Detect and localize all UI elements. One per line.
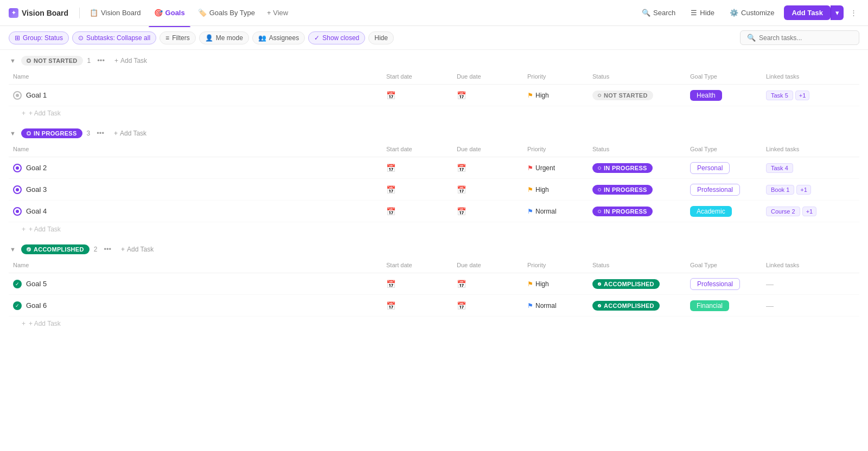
add-task-in-progress[interactable]: + + Add Task: [9, 222, 859, 236]
tab-goals[interactable]: 🎯 Goals: [149, 5, 190, 20]
chevron-not-started[interactable]: ▼: [9, 56, 17, 65]
section-in-progress-menu[interactable]: •••: [94, 128, 106, 138]
calendar-icon[interactable]: 📅: [457, 207, 466, 216]
goal-type-health[interactable]: Health: [690, 90, 722, 101]
goal-4-due-date[interactable]: 📅: [452, 205, 523, 218]
calendar-icon[interactable]: 📅: [386, 185, 395, 194]
section-in-progress-header[interactable]: ▼ IN PROGRESS 3 ••• + Add Task: [9, 123, 859, 141]
calendar-icon[interactable]: 📅: [386, 207, 395, 216]
status-badge-accomplished: ✓ ACCOMPLISHED: [21, 244, 90, 254]
chevron-accomplished[interactable]: ▼: [9, 245, 17, 254]
add-view-button[interactable]: + View: [263, 5, 292, 20]
goal-3-priority: ⚑ High: [523, 184, 588, 196]
goal-3-linked-tasks: Book 1 +1: [762, 183, 859, 197]
linked-chip[interactable]: Course 2: [766, 207, 800, 216]
section-in-progress-add[interactable]: + Add Task: [111, 128, 150, 138]
goal-3-start-date[interactable]: 📅: [382, 183, 452, 196]
goal-2-due-date[interactable]: 📅: [452, 162, 523, 175]
section-not-started-add[interactable]: + Add Task: [111, 56, 150, 66]
linked-more[interactable]: +1: [795, 91, 810, 100]
col-priority: Priority: [523, 144, 588, 154]
search-tasks-input[interactable]: [759, 34, 852, 42]
col-status: Status: [588, 144, 686, 154]
table-row: Goal 1 📅 📅 ⚑ High NOT STARTED Health: [9, 85, 859, 106]
linked-more[interactable]: +1: [802, 207, 817, 216]
calendar-icon[interactable]: 📅: [386, 164, 395, 172]
main-content: ▼ NOT STARTED 1 ••• + Add Task Name Star…: [0, 50, 868, 331]
add-task-accomplished[interactable]: + + Add Task: [9, 317, 859, 331]
calendar-icon[interactable]: 📅: [457, 91, 466, 100]
col-linked-tasks: Linked tasks: [762, 144, 859, 154]
add-icon-accomplished: +: [121, 246, 125, 253]
customize-button[interactable]: ⚙️ Customize: [724, 5, 780, 20]
goal-4-linked-tasks: Course 2 +1: [762, 204, 859, 218]
col-name: Name: [9, 71, 382, 82]
calendar-icon[interactable]: 📅: [457, 185, 466, 194]
subtasks-chip[interactable]: ⊙ Subtasks: Collapse all: [72, 31, 156, 44]
goal-type-professional[interactable]: Professional: [690, 184, 740, 196]
status-pill-accomplished: ✓ ACCOMPLISHED: [592, 301, 660, 311]
table-header-not-started: Name Start date Due date Priority Status…: [9, 69, 859, 85]
goal-2-start-date[interactable]: 📅: [382, 162, 452, 175]
section-accomplished-header[interactable]: ▼ ✓ ACCOMPLISHED 2 ••• + Add Task: [9, 239, 859, 257]
calendar-icon[interactable]: 📅: [457, 164, 466, 172]
calendar-icon[interactable]: 📅: [386, 91, 395, 100]
show-closed-button[interactable]: ✓ Show closed: [308, 31, 365, 44]
goal-2-status: IN PROGRESS: [588, 161, 686, 175]
goal-2-goal-type[interactable]: Personal: [686, 160, 762, 176]
calendar-icon[interactable]: 📅: [386, 301, 395, 310]
goal-type-personal[interactable]: Personal: [690, 162, 730, 174]
goal-5-goal-type[interactable]: Professional: [686, 276, 762, 292]
goal-5-priority: ⚑ High: [523, 278, 588, 290]
tab-goals-by-type[interactable]: 🏷️ Goals By Type: [193, 5, 260, 20]
goal-type-financial[interactable]: Financial: [690, 300, 729, 311]
section-not-started-menu[interactable]: •••: [95, 55, 107, 66]
search-button[interactable]: 🔍 Search: [636, 5, 681, 20]
add-task-not-started[interactable]: + + Add Task: [9, 106, 859, 120]
goal-6-goal-type[interactable]: Financial: [686, 298, 762, 313]
col-name: Name: [9, 260, 382, 270]
goal-3-due-date[interactable]: 📅: [452, 183, 523, 196]
goal-4-start-date[interactable]: 📅: [382, 205, 452, 218]
linked-chip[interactable]: Task 5: [766, 91, 793, 100]
linked-chip[interactable]: Task 4: [766, 163, 793, 173]
goal-1-due-date[interactable]: 📅: [452, 89, 523, 102]
assignees-button[interactable]: 👥 Assignees: [252, 31, 305, 44]
add-task-expand[interactable]: ▾: [831, 5, 844, 20]
goal-type-professional2[interactable]: Professional: [690, 278, 740, 290]
goal-6-due-date[interactable]: 📅: [452, 299, 523, 312]
calendar-icon[interactable]: 📅: [457, 280, 466, 288]
goal-4-goal-type[interactable]: Academic: [686, 204, 762, 219]
linked-more[interactable]: +1: [796, 185, 811, 195]
calendar-icon[interactable]: 📅: [457, 301, 466, 310]
vision-board-icon: 📋: [90, 9, 98, 17]
goal-type-academic[interactable]: Academic: [690, 206, 732, 217]
goal-4-status: IN PROGRESS: [588, 204, 686, 218]
me-mode-button[interactable]: 👤 Me mode: [199, 31, 249, 44]
search-tasks-input-wrapper[interactable]: 🔍: [740, 30, 859, 45]
toolbar: ⊞ Group: Status ⊙ Subtasks: Collapse all…: [0, 26, 868, 50]
goal-1-start-date[interactable]: 📅: [382, 89, 452, 102]
hide-button[interactable]: ☰ Hide: [685, 5, 720, 20]
goal-6-start-date[interactable]: 📅: [382, 299, 452, 312]
section-accomplished-menu[interactable]: •••: [101, 244, 113, 254]
section-not-started-header[interactable]: ▼ NOT STARTED 1 ••• + Add Task: [9, 50, 859, 69]
goal-2-linked-tasks: Task 4: [762, 161, 859, 175]
filters-button[interactable]: ≡ Filters: [159, 31, 196, 44]
chevron-in-progress[interactable]: ▼: [9, 129, 17, 138]
group-status-chip[interactable]: ⊞ Group: Status: [9, 31, 69, 44]
status-pill-in-progress: IN PROGRESS: [592, 185, 653, 195]
section-accomplished-add[interactable]: + Add Task: [118, 244, 157, 254]
show-closed-icon: ✓: [314, 34, 320, 42]
goal-5-due-date[interactable]: 📅: [452, 278, 523, 291]
linked-chip[interactable]: Book 1: [766, 185, 794, 195]
hide-toolbar-button[interactable]: Hide: [368, 31, 394, 44]
goal-1-goal-type[interactable]: Health: [686, 88, 762, 103]
goal-5-status: ✓ ACCOMPLISHED: [588, 277, 686, 291]
tab-vision-board[interactable]: 📋 Vision Board: [84, 5, 146, 20]
add-task-button[interactable]: Add Task: [784, 5, 831, 20]
goal-5-start-date[interactable]: 📅: [382, 278, 452, 291]
calendar-icon[interactable]: 📅: [386, 280, 395, 288]
goal-3-goal-type[interactable]: Professional: [686, 182, 762, 198]
nav-more-button[interactable]: ⋮: [848, 7, 859, 19]
